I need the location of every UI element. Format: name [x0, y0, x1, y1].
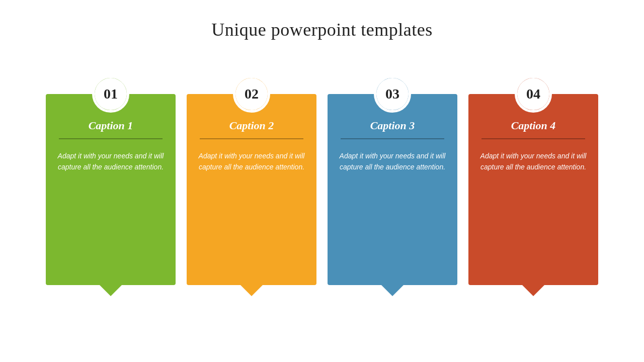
card-wrapper-4: 04 Caption 4 Adapt it with your needs an…	[468, 75, 598, 285]
badge-number-2: 02	[235, 78, 268, 110]
badge-1: 01	[92, 75, 129, 113]
card-text-2: Adapt it with your needs and it will cap…	[187, 150, 316, 173]
card-3: Caption 3 Adapt it with your needs and i…	[328, 94, 457, 285]
card-1: Caption 1 Adapt it with your needs and i…	[46, 94, 176, 285]
card-divider-4	[481, 138, 585, 139]
card-4: Caption 4 Adapt it with your needs and i…	[468, 94, 598, 285]
card-caption-3: Caption 3	[370, 119, 415, 132]
cards-container: 01 Caption 1 Adapt it with your needs an…	[46, 75, 598, 285]
badge-4: 04	[515, 75, 552, 113]
badge-number-1: 01	[95, 78, 127, 110]
card-2: Caption 2 Adapt it with your needs and i…	[187, 94, 316, 285]
card-wrapper-1: 01 Caption 1 Adapt it with your needs an…	[46, 75, 176, 285]
card-divider-3	[341, 138, 444, 139]
card-divider-2	[200, 138, 303, 139]
card-caption-2: Caption 2	[229, 119, 274, 132]
page-title: Unique powerpoint templates	[211, 19, 432, 40]
card-text-3: Adapt it with your needs and it will cap…	[328, 150, 457, 173]
card-caption-4: Caption 4	[511, 119, 556, 132]
card-caption-1: Caption 1	[89, 119, 133, 132]
card-divider-1	[59, 138, 163, 139]
badge-2: 02	[233, 75, 270, 113]
card-wrapper-2: 02 Caption 2 Adapt it with your needs an…	[187, 75, 316, 285]
badge-3: 03	[374, 75, 411, 113]
badge-number-3: 03	[376, 78, 409, 110]
card-wrapper-3: 03 Caption 3 Adapt it with your needs an…	[328, 75, 457, 285]
card-text-4: Adapt it with your needs and it will cap…	[468, 150, 598, 173]
badge-number-4: 04	[517, 78, 549, 110]
card-text-1: Adapt it with your needs and it will cap…	[46, 150, 176, 173]
